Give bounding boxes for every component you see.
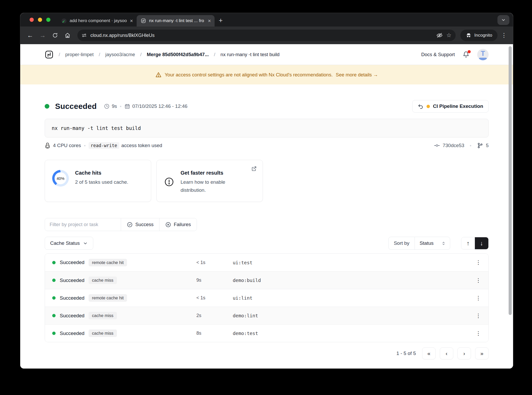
url-text[interactable]: cloud.nx.app/runs/BklXGHleUs [90, 33, 433, 38]
row-task-name: demo:build [233, 278, 473, 283]
cache-status-badge: cache miss [89, 330, 117, 337]
row-status-label: Succeeded [60, 313, 84, 319]
window-close-button[interactable] [30, 18, 34, 22]
breadcrumb-repo[interactable]: jaysoo3/acme [105, 52, 135, 57]
pagination-first-button[interactable]: « [422, 347, 436, 359]
nx-logo-icon[interactable] [45, 50, 54, 59]
faster-results-title: Get faster results [181, 170, 245, 176]
window-zoom-button[interactable] [46, 18, 50, 22]
incognito-badge: Incognito [460, 30, 497, 41]
cache-status-badge: cache miss [89, 276, 117, 284]
row-menu-button[interactable]: ⋮ [473, 277, 481, 284]
row-task-name: demo:lint [233, 313, 473, 318]
cache-hits-percent: 40% [55, 172, 66, 184]
run-duration: 9s [112, 103, 117, 109]
tab-title: nx run-many -t lint test ... fro [149, 18, 205, 23]
linux-icon [45, 142, 50, 149]
run-meta-row: 4 CPU cores read-write access token used… [45, 142, 489, 149]
row-menu-button[interactable]: ⋮ [473, 295, 481, 301]
breadcrumb-workspace[interactable]: proper-limpet [65, 52, 94, 57]
sort-descending-button[interactable]: ↓ [475, 237, 488, 249]
cache-hits-donut: 40% [52, 170, 69, 187]
tab-search-chevron-button[interactable] [497, 15, 509, 25]
kebab-icon: ⋮ [476, 295, 481, 301]
run-detail-content: Succeeded 9s 07/10/2025 12:46 - 12:46 [20, 100, 513, 359]
tab-close-icon[interactable]: × [208, 18, 211, 23]
sort-ascending-button[interactable]: ↑ [461, 237, 475, 249]
table-row[interactable]: Succeeded remote cache hit < 1s ui:lint … [45, 289, 488, 307]
access-token-suffix: access token used [121, 143, 162, 148]
filter-failures-toggle[interactable]: Failures [159, 218, 197, 231]
faster-results-text: Get faster results Learn how to enable d… [181, 170, 245, 194]
pagination-prev-button[interactable]: ‹ [440, 347, 453, 359]
reload-button[interactable] [50, 30, 60, 41]
pagination-last-button[interactable]: » [475, 347, 489, 359]
site-settings-icon[interactable] [82, 33, 87, 38]
filter-success-label: Success [135, 222, 154, 227]
row-status-label: Succeeded [60, 260, 84, 265]
address-bar[interactable]: cloud.nx.app/runs/BklXGHleUs ☆ [77, 30, 456, 41]
browser-menu-button[interactable]: ⋮ [500, 32, 508, 39]
pagination-next-button[interactable]: › [457, 347, 471, 359]
table-row[interactable]: Succeeded cache miss 9s demo:build ⋮ [45, 271, 488, 289]
back-button[interactable]: ← [25, 30, 35, 41]
new-tab-button[interactable]: + [219, 16, 223, 24]
bookmark-star-icon[interactable]: ☆ [446, 32, 451, 39]
tab-close-icon[interactable]: × [130, 18, 133, 23]
cache-status-dropdown[interactable]: Cache Status [45, 237, 93, 250]
row-status-label: Succeeded [60, 278, 84, 283]
row-status-cell: Succeeded remote cache hit [52, 259, 196, 266]
nx-favicon [141, 18, 146, 23]
row-menu-button[interactable]: ⋮ [473, 330, 481, 337]
row-status-label: Succeeded [60, 295, 84, 301]
vcs-meta: 730dce53 5 [434, 142, 489, 149]
nx-cloud-page: / proper-limpet / jaysoo3/acme / Merge 8… [20, 44, 513, 368]
home-button[interactable] [62, 30, 73, 41]
forward-button[interactable]: → [37, 30, 48, 41]
success-dot-icon [52, 314, 56, 317]
docs-support-link[interactable]: Docs & Support [421, 52, 455, 57]
header-actions: Docs & Support T [421, 49, 489, 60]
browser-window: ✓ add hero component · jaysoo × nx run-m… [20, 13, 513, 368]
kebab-icon: ⋮ [476, 330, 481, 336]
commit-sha[interactable]: 730dce53 [443, 143, 464, 148]
cache-status-badge: remote cache hit [89, 294, 127, 302]
user-avatar[interactable]: T [477, 49, 489, 60]
sort-field-select[interactable]: Status [415, 237, 450, 249]
access-token-badge: read-write [89, 142, 119, 149]
breadcrumb-pipeline[interactable]: Merge 85d500f42d5a9b47... [147, 52, 209, 57]
kebab-icon: ⋮ [476, 259, 481, 265]
cache-hits-text: Cache hits 2 of 5 tasks used cache. [75, 170, 128, 186]
window-minimize-button[interactable] [38, 18, 42, 22]
breadcrumb-separator: / [140, 52, 142, 57]
row-menu-button[interactable]: ⋮ [473, 259, 481, 266]
breadcrumb-run: nx run-many -t lint test build [221, 52, 280, 57]
faster-results-subtitle: Learn how to enable distribution. [181, 178, 245, 194]
notifications-button[interactable] [463, 51, 469, 58]
breadcrumb: / proper-limpet / jaysoo3/acme / Merge 8… [45, 50, 280, 59]
row-duration: < 1s [196, 295, 233, 301]
row-menu-button[interactable]: ⋮ [473, 313, 481, 319]
table-row[interactable]: Succeeded cache miss 8s demo:test ⋮ [45, 324, 488, 342]
cpu-cores-label: 4 CPU cores [53, 143, 81, 148]
eye-off-icon[interactable] [436, 32, 443, 38]
table-row[interactable]: Succeeded cache miss 2s demo:lint ⋮ [45, 307, 488, 324]
filter-input[interactable] [45, 218, 121, 231]
table-row[interactable]: Succeeded remote cache hit < 1s ui:test … [45, 254, 488, 271]
run-success-dot [45, 104, 49, 109]
chevron-down-icon [83, 241, 88, 246]
sort-field-value: Status [420, 240, 434, 246]
run-status-title: Succeeded [55, 102, 97, 111]
ci-pipeline-execution-button[interactable]: CI Pipeline Execution [412, 100, 489, 113]
cache-hits-subtitle: 2 of 5 tasks used cache. [75, 178, 128, 186]
separator-dot [470, 145, 471, 146]
external-link-icon[interactable] [251, 166, 257, 172]
sort-by-label: Sort by [389, 237, 415, 249]
banner-see-more-link[interactable]: See more details → [336, 72, 378, 78]
browser-tab-github[interactable]: ✓ add hero component · jaysoo × [57, 15, 137, 27]
faster-results-card[interactable]: Get faster results Learn how to enable d… [156, 160, 263, 202]
filter-success-toggle[interactable]: Success [121, 218, 159, 231]
page-scrollbar[interactable] [509, 46, 512, 315]
browser-tab-nx-cloud[interactable]: nx run-many -t lint test ... fro × [137, 15, 215, 27]
row-duration: < 1s [196, 260, 233, 265]
